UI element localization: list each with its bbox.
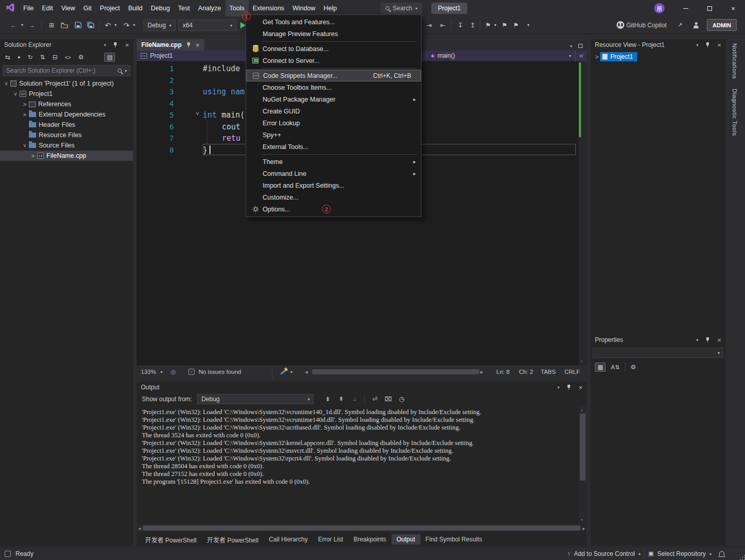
menu-item-import-and-export-settings[interactable]: Import and Export Settings... — [246, 179, 421, 191]
tab-developer-powershell-1[interactable]: 开发者 PowerShell — [140, 534, 202, 546]
close-icon[interactable]: × — [717, 42, 721, 48]
rail-tab-diagnostic-tools[interactable]: Diagnostic Tools — [732, 89, 738, 136]
properties-header[interactable]: Properties ▾ × — [591, 334, 725, 345]
tree-item-filename-cpp[interactable]: ˃ ++ FileName.cpp — [0, 151, 133, 161]
solution-explorer-header[interactable]: Solution Explorer ▾ × — [0, 39, 133, 51]
menu-project[interactable]: Project — [96, 0, 124, 17]
zoom-level[interactable]: 133% — [141, 366, 156, 378]
output-source-dropdown[interactable]: Debug ▾ — [197, 394, 314, 404]
window-position-dropdown-icon[interactable]: ▾ — [696, 43, 698, 47]
scroll-down-icon[interactable]: ▾ — [580, 359, 583, 364]
menu-view[interactable]: View — [57, 0, 79, 17]
menu-edit[interactable]: Edit — [38, 0, 57, 17]
tree-item-resource-files[interactable]: Resource Files — [0, 130, 133, 140]
menu-item-connect-to-server[interactable]: Connect to Server... — [246, 55, 421, 67]
split-window-icon[interactable]: ⊟ — [579, 54, 583, 58]
chevron-collapsed-icon[interactable]: ˃ — [30, 153, 36, 159]
open-file-icon[interactable] — [59, 17, 70, 34]
code-cleanup-icon[interactable] — [280, 366, 286, 378]
indent-decrease-icon[interactable]: ↧ — [455, 17, 465, 34]
chevron-expanded-icon[interactable]: ˅ — [22, 142, 28, 149]
tree-item-external-dependencies[interactable]: ˃ External Dependencies — [0, 109, 133, 120]
close-icon[interactable]: × — [717, 337, 721, 343]
indent-increase-icon[interactable]: ↥ — [467, 17, 478, 34]
select-repository-button[interactable]: Select Repository — [657, 550, 706, 557]
tree-item-header-files[interactable]: Header Files — [0, 120, 133, 130]
tree-item-project[interactable]: ˅ ++ Project1 — [0, 89, 133, 99]
menu-item-code-snippets-manager[interactable]: <> Code Snippets Manager... Ctrl+K, Ctrl… — [246, 70, 421, 81]
zoom-dropdown-icon[interactable]: ▾ — [160, 366, 163, 378]
menu-item-manage-preview-features[interactable]: Manage Preview Features — [246, 28, 421, 40]
view-code-icon[interactable]: <> — [65, 55, 71, 60]
resource-tree-root[interactable]: ˃ Project1 — [591, 52, 725, 62]
pin-icon[interactable] — [705, 337, 710, 343]
show-all-files-icon[interactable]: ▤ — [104, 53, 115, 62]
menu-test[interactable]: Test — [174, 0, 194, 17]
menu-item-command-line[interactable]: Command Line ▸ — [246, 168, 421, 179]
chevron-collapsed-icon[interactable]: ˃ — [594, 54, 600, 60]
scroll-up-icon[interactable]: ▴ — [581, 407, 583, 412]
navigate-forward-icon[interactable]: → — [27, 17, 37, 34]
close-button[interactable]: × — [721, 0, 745, 17]
scrollbar-thumb[interactable] — [143, 525, 580, 531]
menu-item-spy-plus-plus[interactable]: Spy++ — [246, 129, 421, 141]
collapse-all-icon[interactable]: ⊟ — [53, 54, 58, 61]
tree-item-references[interactable]: ˃ References — [0, 99, 133, 109]
float-window-icon[interactable] — [578, 44, 582, 48]
fold-collapse-icon[interactable]: ˅ — [196, 110, 199, 118]
resize-grip[interactable] — [742, 557, 743, 558]
github-copilot-icon[interactable] — [616, 17, 625, 34]
menu-item-customize[interactable]: Customize... — [246, 191, 421, 203]
document-list-dropdown-icon[interactable]: ▾ — [570, 44, 572, 48]
categorized-icon[interactable]: ▦ — [595, 363, 606, 372]
alphabetical-sort-icon[interactable]: A⇅ — [611, 364, 620, 371]
copilot-label[interactable]: GitHub Copilot — [626, 17, 674, 34]
solution-configuration-dropdown[interactable]: Debug ▾ — [143, 20, 175, 31]
new-project-icon[interactable]: ⊞ — [46, 17, 57, 34]
menu-item-theme[interactable]: Theme ▸ — [246, 156, 421, 168]
horizontal-scrollbar-thumb[interactable] — [312, 369, 479, 374]
pending-changes-filter-icon[interactable]: ● — [18, 55, 20, 60]
rail-tab-notifications[interactable]: Notifications — [732, 43, 738, 79]
live-share-icon[interactable]: ◎ — [171, 366, 176, 378]
tree-item-solution[interactable]: ˅ Solution 'Project1' (1 of 1 project) — [0, 78, 133, 89]
menu-build[interactable]: Build — [124, 0, 147, 17]
word-wrap-icon[interactable]: ⏎ — [370, 396, 379, 403]
navigate-backward-icon[interactable]: ← — [8, 17, 19, 34]
send-feedback-icon[interactable] — [691, 17, 701, 34]
clear-all-icon[interactable]: ⌧ — [383, 396, 393, 403]
bookmark-dropdown-icon[interactable]: ▾ — [493, 17, 498, 34]
scrollbar-thumb[interactable] — [580, 414, 586, 481]
document-tab-filename-cpp[interactable]: FileName.cpp × — [137, 39, 204, 51]
close-icon[interactable]: × — [578, 384, 582, 391]
add-to-source-control-button[interactable]: Add to Source Control — [574, 550, 635, 557]
tabs-indicator[interactable]: TABS — [541, 366, 556, 378]
undo-icon[interactable]: ↶ — [103, 17, 112, 34]
previous-bookmark-icon[interactable]: ⚑ — [500, 17, 509, 34]
menu-debug[interactable]: Debug — [147, 0, 174, 17]
find-message-icon[interactable]: ⇟ — [323, 396, 332, 403]
pin-icon[interactable] — [112, 42, 118, 48]
menu-item-options[interactable]: Options... — [246, 203, 421, 215]
tab-output[interactable]: Output — [392, 534, 420, 545]
undo-dropdown-icon[interactable]: ▾ — [113, 17, 118, 34]
solution-explorer-search-input[interactable] — [6, 67, 115, 74]
document-health-icon[interactable]: ✓ — [188, 366, 195, 378]
pin-icon[interactable] — [705, 42, 710, 48]
menu-item-nuget-package-manager[interactable]: NuGet Package Manager ▸ — [246, 93, 421, 105]
menu-item-error-lookup[interactable]: Error Lookup — [246, 117, 421, 129]
pin-icon[interactable] — [186, 42, 191, 48]
save-icon[interactable] — [72, 17, 84, 34]
solution-platform-dropdown[interactable]: x64 ▾ — [179, 20, 236, 31]
sync-with-active-document-icon[interactable]: ↻ — [28, 54, 33, 61]
account-avatar[interactable]: 朋 — [654, 3, 665, 13]
share-icon[interactable]: ↗ — [676, 17, 684, 34]
chevron-collapsed-icon[interactable]: ˃ — [22, 111, 28, 118]
hscroll-left-icon[interactable]: ◂ — [138, 525, 141, 531]
tab-breakpoints[interactable]: Breakpoints — [348, 534, 391, 545]
line-ending-indicator[interactable]: CRLF — [564, 366, 580, 378]
menu-file[interactable]: File — [19, 0, 38, 17]
tab-call-hierarchy[interactable]: Call Hierarchy — [264, 534, 313, 545]
tab-developer-powershell-2[interactable]: 开发者 PowerShell — [202, 534, 264, 546]
output-horizontal-scrollbar[interactable]: ◂ ▸ — [137, 524, 587, 532]
